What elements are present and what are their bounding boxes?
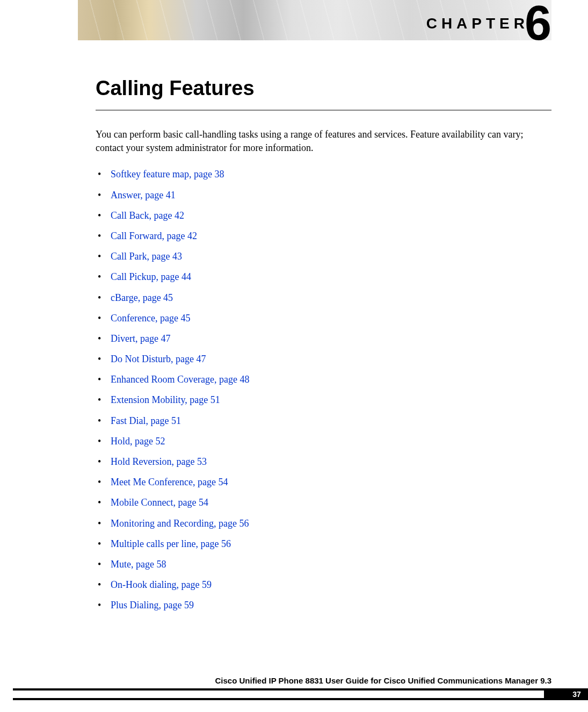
toc-link-multiple-calls[interactable]: Multiple calls per line, page 56 [111,538,231,549]
toc-link-plus-dialing[interactable]: Plus Dialing, page 59 [111,600,194,610]
toc-item: Multiple calls per line, page 56 [111,537,551,551]
toc-item: Mobile Connect, page 54 [111,496,551,509]
toc-link-call-pickup[interactable]: Call Pickup, page 44 [111,271,191,282]
toc-link-call-park[interactable]: Call Park, page 43 [111,251,182,262]
footer: Cisco Unified IP Phone 8831 User Guide f… [0,676,588,700]
toc-item: Hold Reversion, page 53 [111,455,551,469]
toc-item: On-Hook dialing, page 59 [111,578,551,592]
title-rule [96,110,551,111]
footer-bar: 37 [13,688,565,700]
toc-link-on-hook[interactable]: On-Hook dialing, page 59 [111,579,212,590]
toc-item: Call Back, page 42 [111,209,551,222]
toc-link-softkey[interactable]: Softkey feature map, page 38 [111,169,224,179]
footer-page-number: 37 [565,688,588,700]
toc-link-fast-dial[interactable]: Fast Dial, page 51 [111,415,181,426]
toc-link-hold[interactable]: Hold, page 52 [111,436,165,447]
toc-item: Call Forward, page 42 [111,229,551,243]
toc-link-extension-mobility[interactable]: Extension Mobility, page 51 [111,394,220,405]
intro-paragraph: You can perform basic call-handling task… [96,128,551,155]
toc-link-mobile-connect[interactable]: Mobile Connect, page 54 [111,497,208,508]
toc-link-hold-reversion[interactable]: Hold Reversion, page 53 [111,456,207,467]
toc-item: Softkey feature map, page 38 [111,168,551,181]
toc-item: Divert, page 47 [111,332,551,346]
footer-document-title: Cisco Unified IP Phone 8831 User Guide f… [0,676,588,685]
toc-item: Conference, page 45 [111,312,551,325]
toc-item: Meet Me Conference, page 54 [111,476,551,489]
toc-item: Enhanced Room Coverage, page 48 [111,373,551,386]
toc-link-enhanced-room[interactable]: Enhanced Room Coverage, page 48 [111,374,249,385]
chapter-label: CHAPTER [426,15,529,32]
toc-item: Monitoring and Recording, page 56 [111,517,551,530]
toc-link-meet-me[interactable]: Meet Me Conference, page 54 [111,477,228,487]
toc-item: Call Park, page 43 [111,250,551,263]
toc-item: Fast Dial, page 51 [111,414,551,428]
toc-item: Hold, page 52 [111,435,551,448]
toc-item: Mute, page 58 [111,558,551,571]
toc-item: Answer, page 41 [111,189,551,202]
toc-item: cBarge, page 45 [111,291,551,305]
chapter-number: 6 [525,0,551,51]
toc-link-do-not-disturb[interactable]: Do Not Disturb, page 47 [111,354,206,364]
toc-link-divert[interactable]: Divert, page 47 [111,333,170,344]
toc-item: Extension Mobility, page 51 [111,393,551,407]
content-area: Calling Features You can perform basic c… [0,40,588,613]
toc-item: Plus Dialing, page 59 [111,599,551,612]
toc-link-conference[interactable]: Conference, page 45 [111,313,190,323]
toc-link-mute[interactable]: Mute, page 58 [111,559,166,570]
toc-item: Call Pickup, page 44 [111,270,551,284]
toc-link-answer[interactable]: Answer, page 41 [111,190,176,200]
toc-link-call-back[interactable]: Call Back, page 42 [111,210,184,221]
toc-list: Softkey feature map, page 38 Answer, pag… [111,168,551,612]
toc-link-cbarge[interactable]: cBarge, page 45 [111,292,173,303]
page-title: Calling Features [96,77,551,100]
toc-link-call-forward[interactable]: Call Forward, page 42 [111,231,197,241]
toc-link-monitoring[interactable]: Monitoring and Recording, page 56 [111,518,249,529]
chapter-header: CHAPTER 6 [0,0,588,40]
toc-item: Do Not Disturb, page 47 [111,353,551,366]
